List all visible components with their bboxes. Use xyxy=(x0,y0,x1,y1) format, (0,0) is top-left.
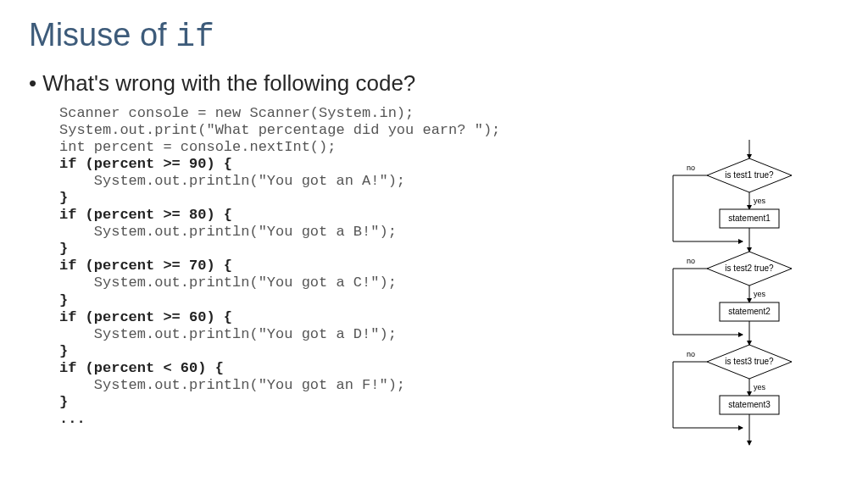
code-line: Scanner console = new Scanner(System.in)… xyxy=(59,105,414,121)
code-line: } xyxy=(59,190,68,206)
code-line: if (percent >= 60) { xyxy=(59,309,232,325)
code-line: if (percent >= 90) { xyxy=(59,156,232,172)
slide-title: Misuse of if xyxy=(29,17,839,55)
bullet-question: What's wrong with the following code? xyxy=(29,70,839,97)
flow-no: no xyxy=(687,350,695,358)
code-line: if (percent < 60) { xyxy=(59,360,224,376)
code-line: System.out.print("What percentage did yo… xyxy=(59,122,500,138)
flow-stmt1: statement1 xyxy=(728,214,771,223)
code-line: } xyxy=(59,343,68,359)
flow-stmt3: statement3 xyxy=(728,400,771,409)
code-line: } xyxy=(59,292,68,308)
flow-stmt2: statement2 xyxy=(728,307,771,316)
code-line: System.out.println("You got a D!"); xyxy=(59,326,397,342)
code-line: } xyxy=(59,394,68,410)
code-line: if (percent >= 80) { xyxy=(59,207,232,223)
flow-test2: is test2 true? xyxy=(725,263,774,273)
code-line: } xyxy=(59,241,68,257)
flow-yes: yes xyxy=(754,290,766,298)
flow-test3: is test3 true? xyxy=(725,357,774,366)
code-line: if (percent >= 70) { xyxy=(59,258,232,274)
flowchart: is test1 true? no yes statement1 is test… xyxy=(614,140,834,462)
code-line: System.out.println("You got an A!"); xyxy=(59,173,405,189)
flow-yes: yes xyxy=(754,383,766,391)
flow-no: no xyxy=(687,257,695,265)
flow-test1: is test1 true? xyxy=(725,170,774,180)
title-prefix: Misuse of xyxy=(29,17,175,53)
code-line: int percent = console.nextInt(); xyxy=(59,139,336,155)
code-line: ... xyxy=(59,411,86,427)
code-line: System.out.println("You got a C!"); xyxy=(59,274,397,291)
flow-yes: yes xyxy=(754,197,766,205)
code-line: System.out.println("You got an F!"); xyxy=(59,377,405,393)
flow-no: no xyxy=(687,164,695,172)
code-line: System.out.println("You got a B!"); xyxy=(59,224,397,240)
title-mono: if xyxy=(175,19,214,55)
